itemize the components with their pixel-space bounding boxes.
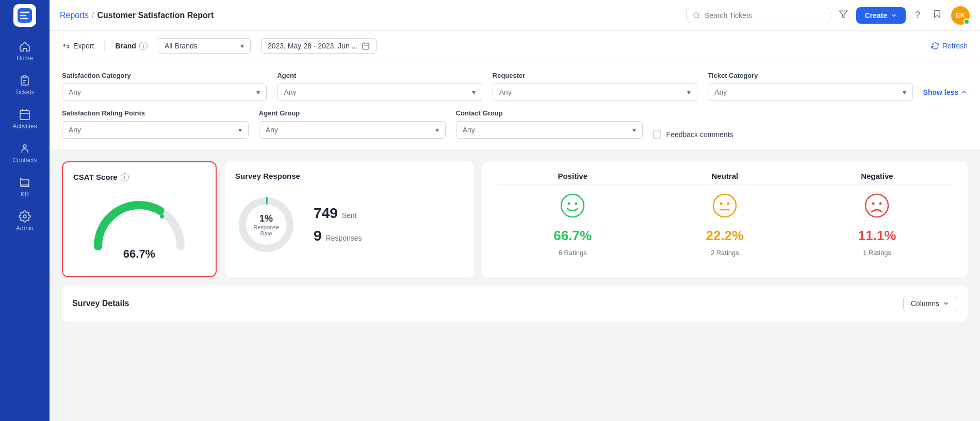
negative-pct: 11.1% <box>858 228 896 244</box>
satisfaction-rating-filter: Satisfaction Rating Points Any <box>62 109 249 139</box>
negative-header: Negative <box>801 172 953 180</box>
requester-label: Requester <box>493 72 697 79</box>
ticket-category-label: Ticket Category <box>708 72 912 79</box>
brand-select-chevron <box>240 42 244 50</box>
show-less-button[interactable]: Show less <box>923 72 968 96</box>
bookmark-button[interactable] <box>929 6 945 24</box>
filter-button[interactable] <box>837 8 850 23</box>
sidebar-item-admin[interactable]: Admin <box>4 205 45 237</box>
positive-face <box>560 193 585 223</box>
export-label: Export <box>73 42 94 50</box>
agent-group-select[interactable]: Any <box>259 121 446 139</box>
sidebar-item-contacts[interactable]: Contacts <box>4 137 45 169</box>
svg-point-20 <box>720 203 723 205</box>
feedback-checkbox[interactable] <box>653 130 661 139</box>
export-button[interactable]: Export <box>62 42 94 50</box>
logo <box>13 4 36 27</box>
content-area: Export Brand i All Brands 2023, May 28 -… <box>50 31 980 421</box>
svg-point-19 <box>713 194 736 217</box>
requester-value: Any <box>499 88 512 96</box>
sidebar-contacts-label: Contacts <box>12 157 37 164</box>
agent-group-value: Any <box>266 126 278 134</box>
sidebar-item-home[interactable]: Home <box>4 35 45 67</box>
gauge-container: 66.7% <box>73 190 205 266</box>
svg-marker-8 <box>840 11 847 18</box>
sidebar-kb-label: KB <box>21 191 29 198</box>
ticket-category-chevron <box>903 88 906 96</box>
breadcrumb-reports[interactable]: Reports <box>60 11 89 20</box>
brand-select[interactable]: All Brands <box>158 38 251 54</box>
csat-card-title: CSAT Score i <box>73 173 205 181</box>
sidebar-item-activities[interactable]: Activities <box>4 103 45 135</box>
ticket-category-filter: Ticket Category Any <box>708 72 912 101</box>
avatar[interactable]: EK <box>951 6 970 25</box>
svg-rect-9 <box>363 43 369 49</box>
ratings-grid: 66.7% 6 Ratings 22. <box>497 189 953 267</box>
toolbar: Export Brand i All Brands 2023, May 28 -… <box>50 31 980 61</box>
agent-filter: Agent Any <box>277 72 482 101</box>
survey-details-section: Survey Details Columns <box>62 285 968 322</box>
ratings-header: Positive Neutral Negative <box>497 172 953 185</box>
csat-title-text: CSAT Score <box>73 173 118 181</box>
activities-icon <box>19 108 31 121</box>
sidebar: Home Tickets Activities Contacts KB <box>0 0 50 421</box>
svg-point-17 <box>568 203 570 205</box>
toolbar-divider <box>104 40 105 52</box>
svg-point-18 <box>575 203 578 205</box>
survey-details-title: Survey Details <box>72 299 129 308</box>
sent-count: 749 <box>314 205 338 222</box>
agent-group-chevron <box>435 126 439 134</box>
svg-point-25 <box>879 203 882 205</box>
satisfaction-category-label: Satisfaction Category <box>62 72 267 79</box>
sidebar-item-tickets[interactable]: Tickets <box>4 69 45 101</box>
home-icon <box>19 40 31 53</box>
contact-group-chevron <box>632 126 636 134</box>
brand-info-icon[interactable]: i <box>139 42 148 50</box>
requester-filter: Requester Any <box>493 72 697 101</box>
neutral-col: 22.2% 2 Ratings <box>649 193 801 257</box>
svg-point-24 <box>872 203 875 205</box>
responses-stat: 9 Responses <box>314 228 362 244</box>
sidebar-item-kb[interactable]: KB <box>4 171 45 203</box>
sent-stat: 749 Sent <box>314 205 362 222</box>
svg-point-16 <box>561 194 584 217</box>
sidebar-admin-label: Admin <box>16 225 34 232</box>
search-bar <box>686 8 830 23</box>
survey-title-text: Survey Response <box>235 172 300 180</box>
donut-chart-container: 1% Response Rate <box>235 194 297 256</box>
columns-label: Columns <box>911 299 939 308</box>
satisfaction-category-select[interactable]: Any <box>62 83 267 101</box>
contact-group-select[interactable]: Any <box>456 121 643 139</box>
gauge-chart <box>88 195 191 251</box>
create-button[interactable]: Create <box>856 7 906 24</box>
requester-select[interactable]: Any <box>493 83 697 101</box>
agent-chevron <box>472 88 476 96</box>
csat-info-icon[interactable]: i <box>121 173 129 181</box>
avatar-initials: EK <box>956 11 965 19</box>
contact-group-label: Contact Group <box>456 109 643 117</box>
refresh-icon <box>931 42 939 50</box>
date-range-picker[interactable]: 2023, May 28 - 2023, Jun ... <box>261 38 377 54</box>
refresh-button[interactable]: Refresh <box>931 42 968 50</box>
ticket-category-select[interactable]: Any <box>708 83 912 101</box>
filter-row-2: Satisfaction Rating Points Any Agent Gro… <box>62 109 968 139</box>
help-button[interactable]: ? <box>912 7 923 24</box>
ticket-category-value: Any <box>714 88 727 96</box>
agent-select[interactable]: Any <box>277 83 482 101</box>
svg-point-21 <box>727 203 730 205</box>
search-input[interactable] <box>705 11 824 20</box>
csat-value: 66.7% <box>123 247 155 261</box>
satisfaction-rating-select[interactable]: Any <box>62 121 249 139</box>
columns-button[interactable]: Columns <box>903 296 957 311</box>
survey-stats: 749 Sent 9 Responses <box>314 205 362 244</box>
cards-area: CSAT Score i 66.7% <box>50 153 980 285</box>
survey-response-card: Survey Response 1% Response Rate <box>225 161 474 277</box>
responses-label: Responses <box>326 234 362 242</box>
response-rate-pct: 1% <box>251 213 282 224</box>
responses-count: 9 <box>314 228 322 244</box>
negative-col: 11.1% 1 Ratings <box>801 193 953 257</box>
satisfaction-rating-label: Satisfaction Rating Points <box>62 109 249 117</box>
survey-content: 1% Response Rate 749 Sent 9 Responses <box>235 189 464 261</box>
sidebar-activities-label: Activities <box>12 123 37 130</box>
positive-count: 6 Ratings <box>559 249 587 257</box>
